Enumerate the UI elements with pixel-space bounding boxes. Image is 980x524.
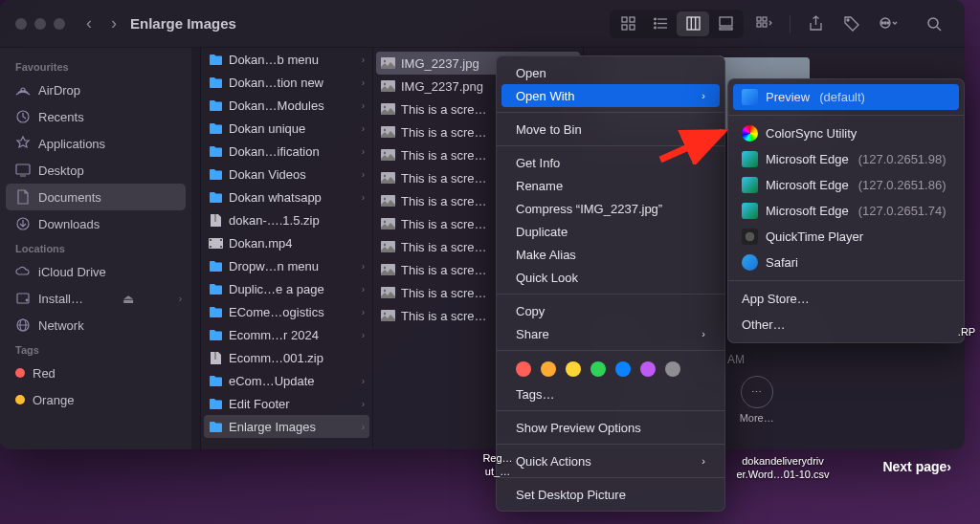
- forward-button[interactable]: ›: [111, 13, 117, 33]
- menu-duplicate[interactable]: Duplicate: [497, 220, 724, 243]
- back-button[interactable]: ‹: [86, 13, 92, 33]
- sidebar-item-install[interactable]: Install…⏏›: [0, 285, 191, 312]
- movie-icon: [209, 236, 223, 251]
- folder-icon: [209, 282, 223, 296]
- view-columns[interactable]: [677, 11, 709, 36]
- folder-row[interactable]: Dokan…ification›: [201, 140, 372, 163]
- app-edge-1[interactable]: Microsoft Edge (127.0.2651.98): [728, 146, 964, 172]
- menu-show-preview-options[interactable]: Show Preview Options: [497, 416, 724, 439]
- app-other[interactable]: Other…: [728, 312, 964, 338]
- app-preview[interactable]: Preview (default): [733, 84, 959, 110]
- sidebar-item-orange[interactable]: Orange: [0, 386, 191, 413]
- folder-row[interactable]: Dokan…Modules›: [201, 94, 372, 117]
- app-safari[interactable]: Safari: [728, 250, 964, 275]
- sidebar-item-recents[interactable]: Recents: [0, 103, 191, 130]
- folder-row[interactable]: Dokan.mp4: [201, 231, 372, 254]
- sidebar-item-documents[interactable]: Documents: [6, 184, 186, 210]
- app-quicktime[interactable]: QuickTime Player: [728, 224, 964, 250]
- app-edge-2[interactable]: Microsoft Edge (127.0.2651.86): [728, 172, 964, 198]
- sidebar-item-downloads[interactable]: Downloads: [0, 210, 191, 237]
- svg-point-52: [384, 152, 386, 154]
- tag-color[interactable]: [566, 361, 581, 377]
- folder-row[interactable]: Dokan whatsapp›: [201, 186, 372, 208]
- menu-share[interactable]: Share›: [497, 322, 724, 345]
- next-page-link[interactable]: Next page›: [882, 459, 951, 474]
- open-with-submenu: Preview (default) ColorSync Utility Micr…: [727, 78, 965, 343]
- svg-point-54: [384, 175, 386, 177]
- app-colorsync[interactable]: ColorSync Utility: [728, 120, 964, 146]
- menu-rename[interactable]: Rename: [497, 174, 724, 197]
- tag-color[interactable]: [590, 361, 606, 377]
- sidebar-item-applications[interactable]: Applications: [0, 130, 191, 157]
- svg-point-24: [928, 18, 938, 28]
- globe-icon: [15, 317, 31, 333]
- folder-row[interactable]: ECome…ogistics›: [201, 300, 372, 323]
- menu-move-to-bin[interactable]: Move to Bin: [497, 118, 724, 141]
- folder-row[interactable]: Dokan…b menu›: [201, 48, 372, 71]
- menu-open-with[interactable]: Open With›: [501, 84, 720, 107]
- menu-make-alias[interactable]: Make Alias: [497, 243, 724, 266]
- sidebar-item-iclouddrive[interactable]: iCloud Drive: [0, 258, 191, 285]
- sidebar-item-desktop[interactable]: Desktop: [0, 157, 191, 184]
- folder-icon: [209, 397, 223, 411]
- menu-compress[interactable]: Compress “IMG_2237.jpg”: [497, 197, 724, 220]
- folder-icon: [209, 76, 223, 90]
- view-gallery[interactable]: [709, 11, 742, 36]
- desktop-edge-partial: .RP: [957, 325, 976, 338]
- folder-row[interactable]: Enlarge Images›: [204, 415, 369, 438]
- tag-color[interactable]: [516, 361, 531, 377]
- traffic-lights[interactable]: [15, 18, 65, 30]
- search-button[interactable]: [919, 11, 949, 36]
- more-button[interactable]: ⋯More…: [740, 376, 774, 424]
- sidebar-header: Favourites: [0, 55, 191, 76]
- menu-get-info[interactable]: Get Info: [497, 151, 724, 174]
- menu-open[interactable]: Open: [497, 61, 724, 84]
- svg-point-46: [384, 83, 386, 85]
- view-icons[interactable]: [612, 11, 644, 36]
- tag-color[interactable]: [665, 361, 680, 377]
- action-button[interactable]: [873, 11, 903, 36]
- svg-point-60: [384, 244, 386, 246]
- svg-rect-10: [687, 17, 700, 30]
- svg-point-19: [847, 19, 849, 21]
- menu-copy[interactable]: Copy: [497, 299, 724, 322]
- app-store[interactable]: App Store…: [728, 286, 964, 312]
- tag-color[interactable]: [615, 361, 631, 377]
- svg-point-56: [384, 198, 386, 200]
- folder-row[interactable]: Dokan Videos›: [201, 163, 372, 186]
- menu-tag-colors[interactable]: [497, 356, 724, 382]
- sidebar-item-red[interactable]: Red: [0, 360, 191, 386]
- view-list[interactable]: [644, 11, 677, 36]
- sidebar-item-network[interactable]: Network: [0, 312, 191, 338]
- group-by-button[interactable]: [749, 11, 780, 36]
- folder-row[interactable]: dokan-….1.5.zip: [201, 208, 372, 231]
- desktop-file-1[interactable]: Reg… ut_…: [464, 451, 531, 479]
- folder-row[interactable]: Dokan…tion new›: [201, 71, 372, 94]
- svg-rect-31: [17, 294, 29, 303]
- tag-color[interactable]: [640, 361, 656, 377]
- menu-set-desktop-picture[interactable]: Set Desktop Picture: [497, 483, 724, 506]
- folder-row[interactable]: Dropw…n menu›: [201, 254, 372, 277]
- app-edge-3[interactable]: Microsoft Edge (127.0.2651.74): [728, 198, 964, 224]
- folder-row[interactable]: eCom…Update›: [201, 369, 372, 392]
- tag-color[interactable]: [541, 361, 556, 377]
- svg-rect-1: [630, 17, 635, 22]
- tag-button[interactable]: [836, 11, 867, 36]
- share-button[interactable]: [800, 11, 831, 36]
- apps-icon: [15, 136, 31, 151]
- folder-row[interactable]: Duplic…e a page›: [201, 277, 372, 300]
- folder-row[interactable]: Edit Footer›: [201, 392, 372, 415]
- svg-rect-28: [16, 164, 30, 174]
- svg-point-62: [384, 267, 386, 269]
- image-icon: [381, 240, 395, 254]
- folder-row[interactable]: Ecomm…r 2024›: [201, 323, 372, 346]
- folder-row[interactable]: Ecomm…001.zip: [201, 346, 372, 369]
- menu-quick-look[interactable]: Quick Look: [497, 266, 724, 289]
- folder-row[interactable]: Dokan unique›: [201, 117, 372, 140]
- menu-tags[interactable]: Tags…: [497, 382, 724, 405]
- image-icon: [381, 125, 395, 140]
- desktop-file-2[interactable]: dokandeliverydriv er.Word…01-10.csv: [725, 454, 840, 482]
- sidebar-item-airdrop[interactable]: AirDrop: [0, 76, 191, 103]
- svg-point-7: [654, 18, 656, 20]
- svg-line-25: [937, 27, 941, 31]
